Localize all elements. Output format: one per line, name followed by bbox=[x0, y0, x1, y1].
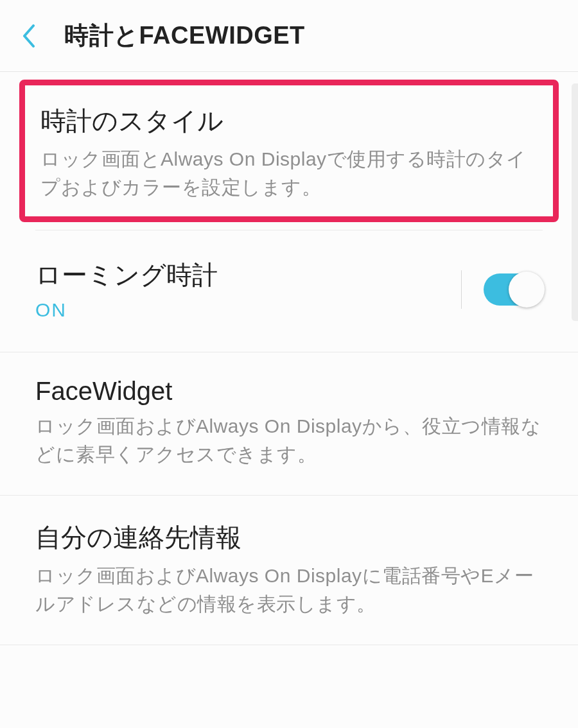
roaming-toggle-container bbox=[461, 270, 543, 309]
setting-roaming-clock[interactable]: ローミング時計 ON bbox=[0, 230, 578, 352]
chevron-left-icon bbox=[22, 24, 36, 48]
clock-style-title: 時計のスタイル bbox=[40, 103, 538, 139]
contact-info-title: 自分の連絡先情報 bbox=[35, 520, 543, 555]
roaming-labels: ローミング時計 ON bbox=[35, 257, 461, 321]
back-button[interactable] bbox=[13, 20, 45, 52]
page-title: 時計とFACEWIDGET bbox=[64, 19, 305, 52]
facewidget-title: FaceWidget bbox=[35, 377, 543, 406]
toggle-knob bbox=[509, 272, 545, 308]
clock-style-desc: ロック画面とAlways On Displayで使用する時計のタイプおよびカラー… bbox=[40, 145, 538, 201]
roaming-toggle[interactable] bbox=[484, 273, 543, 306]
roaming-status: ON bbox=[35, 299, 461, 321]
setting-facewidget[interactable]: FaceWidget ロック画面およびAlways On Displayから、役… bbox=[0, 352, 578, 496]
setting-contact-info[interactable]: 自分の連絡先情報 ロック画面およびAlways On Displayに電話番号や… bbox=[0, 496, 578, 645]
scrollbar[interactable] bbox=[572, 83, 578, 321]
header-bar: 時計とFACEWIDGET bbox=[0, 0, 578, 72]
facewidget-desc: ロック画面およびAlways On Displayから、役立つ情報などに素早くア… bbox=[35, 412, 543, 468]
contact-info-desc: ロック画面およびAlways On Displayに電話番号やEメールアドレスな… bbox=[35, 562, 543, 618]
vertical-divider bbox=[461, 270, 462, 309]
settings-list: 時計のスタイル ロック画面とAlways On Displayで使用する時計のタ… bbox=[0, 80, 578, 645]
roaming-title: ローミング時計 bbox=[35, 257, 461, 293]
setting-clock-style[interactable]: 時計のスタイル ロック画面とAlways On Displayで使用する時計のタ… bbox=[19, 80, 559, 222]
